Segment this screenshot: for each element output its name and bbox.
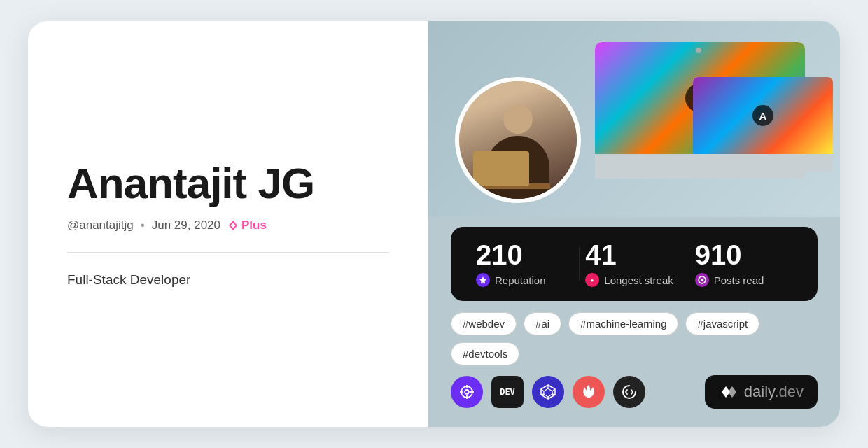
reputation-value: 210 bbox=[476, 241, 573, 269]
laptop-screen-small: A bbox=[693, 77, 833, 154]
badges-row: DEV bbox=[451, 376, 645, 408]
posts-label: Posts read bbox=[695, 273, 792, 287]
laptop-base-small bbox=[693, 154, 833, 172]
left-panel: Anantajit JG @anantajitjg • Jun 29, 2020… bbox=[28, 21, 428, 427]
plus-badge: Plus bbox=[227, 218, 267, 232]
app-logo-small: A bbox=[752, 105, 774, 126]
join-date: Jun 29, 2020 bbox=[152, 218, 220, 232]
svg-point-6 bbox=[465, 390, 469, 394]
stat-divider-1 bbox=[579, 247, 580, 281]
right-panel: A A bbox=[428, 21, 840, 427]
profile-photo-inner bbox=[459, 81, 577, 199]
badge-fcc[interactable] bbox=[613, 376, 645, 408]
badge-dev[interactable]: DEV bbox=[491, 376, 524, 408]
user-meta: @anantajitjg • Jun 29, 2020 Plus bbox=[67, 218, 389, 232]
laptop-small: A bbox=[693, 77, 833, 172]
user-name: Anantajit JG bbox=[67, 160, 389, 206]
profile-card: Anantajit JG @anantajitjg • Jun 29, 2020… bbox=[28, 21, 840, 427]
posts-icon bbox=[695, 273, 709, 287]
tag-ai[interactable]: #ai bbox=[524, 312, 561, 335]
svg-marker-0 bbox=[479, 276, 486, 284]
stat-posts: 910 Posts read bbox=[695, 241, 792, 287]
hero-area: A A bbox=[428, 21, 840, 217]
svg-point-4 bbox=[701, 279, 704, 281]
badge-crosshair[interactable] bbox=[451, 376, 483, 408]
profile-photo bbox=[455, 77, 581, 203]
reputation-icon bbox=[476, 273, 490, 287]
daily-dev-icon bbox=[719, 382, 738, 402]
separator-dot: • bbox=[141, 218, 145, 232]
tag-webdev[interactable]: #webdev bbox=[451, 312, 517, 335]
svg-marker-12 bbox=[544, 388, 552, 397]
streak-label: ● Longest streak bbox=[585, 273, 682, 287]
tags-area: #webdev #ai #machine-learning #javascrip… bbox=[428, 301, 840, 365]
stat-reputation: 210 Reputation bbox=[476, 241, 573, 287]
badge-codepen[interactable] bbox=[532, 376, 564, 408]
reputation-label: Reputation bbox=[476, 273, 573, 287]
streak-icon: ● bbox=[585, 273, 599, 287]
daily-logo-text: daily.dev bbox=[744, 383, 804, 401]
daily-dev-logo[interactable]: daily.dev bbox=[705, 375, 818, 409]
stat-divider-2 bbox=[689, 247, 690, 281]
badge-flame[interactable] bbox=[573, 376, 605, 408]
user-bio: Full-Stack Developer bbox=[67, 272, 389, 288]
laptop-camera bbox=[696, 48, 701, 53]
posts-value: 910 bbox=[695, 241, 792, 269]
tag-machine-learning[interactable]: #machine-learning bbox=[568, 312, 678, 335]
diamond-icon bbox=[227, 220, 239, 231]
streak-value: 41 bbox=[585, 241, 682, 269]
tag-devtools[interactable]: #devtools bbox=[451, 342, 519, 365]
stat-streak: 41 ● Longest streak bbox=[585, 241, 682, 287]
bottom-row: DEV bbox=[428, 365, 840, 409]
divider bbox=[67, 252, 389, 253]
svg-text:●: ● bbox=[591, 277, 594, 284]
user-handle: @anantajitjg bbox=[67, 218, 134, 232]
stats-bar: 210 Reputation 41 bbox=[451, 227, 818, 301]
tag-javascript[interactable]: #javascript bbox=[685, 312, 760, 335]
